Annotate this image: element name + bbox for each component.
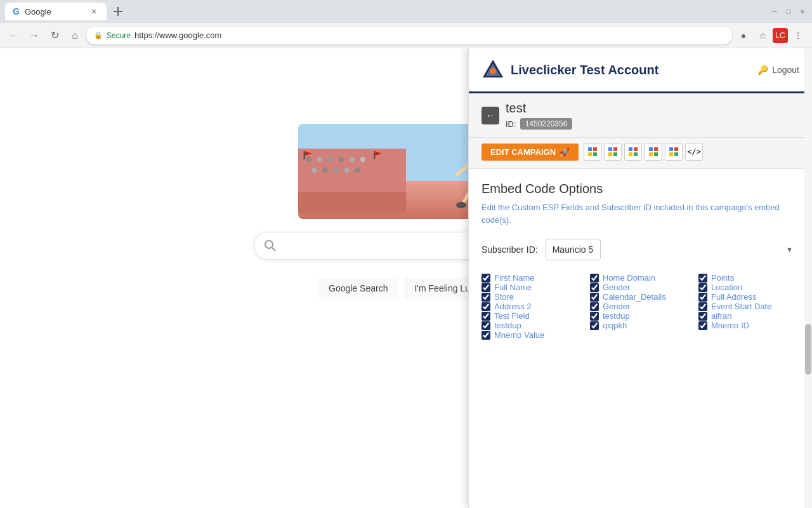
icon-btn-3[interactable] [624,143,642,161]
secure-icon: 🔒 [94,31,103,39]
field-mnemo-value-label[interactable]: Mnemo Value [494,330,544,340]
field-full-address: Full Address [698,292,799,302]
field-test-field-label[interactable]: Test Field [494,311,530,321]
svg-rect-42 [608,147,612,151]
field-mnemo-value-checkbox[interactable] [481,331,490,340]
tab-bar: G Google × [5,3,127,20]
field-event-start-date-checkbox[interactable] [698,302,707,311]
field-calendar-details-checkbox[interactable] [590,293,599,302]
field-testdup-2-checkbox[interactable] [590,312,599,321]
field-full-name-checkbox[interactable] [481,283,490,292]
svg-point-14 [355,168,360,173]
back-button[interactable]: ← [481,107,499,124]
field-testdup-1-checkbox[interactable] [481,321,490,330]
icon-btn-4[interactable] [645,143,662,161]
extension-icon[interactable]: LC [773,28,788,43]
svg-point-7 [339,157,344,163]
edit-campaign-button[interactable]: EDIT CAMPAIGN 🚀 [481,144,579,161]
field-home-domain-label[interactable]: Home Domain [603,273,655,283]
field-points-checkbox[interactable] [698,274,707,283]
field-gender-2-checkbox[interactable] [590,302,599,311]
new-tab-button[interactable] [109,3,127,20]
field-full-name-label[interactable]: Full Name [494,283,532,292]
field-location-label[interactable]: Location [711,283,742,292]
star-icon[interactable]: ☆ [754,27,771,44]
field-first-name-checkbox[interactable] [481,274,490,283]
field-gender-1: Gender [590,283,691,292]
refresh-button[interactable]: ↻ [46,27,63,44]
field-gender-1-checkbox[interactable] [590,283,599,292]
logout-button[interactable]: 🔑 Logout [757,65,799,75]
field-aifran-label[interactable]: aifran [711,311,732,321]
field-home-domain: Home Domain [590,273,691,283]
field-event-start-date-label[interactable]: Event Start Date [711,302,771,311]
field-full-address-label[interactable]: Full Address [711,292,757,302]
icon-btn-5[interactable] [665,143,683,161]
field-store-checkbox[interactable] [481,293,490,302]
minimize-button[interactable]: ─ [770,7,779,16]
field-gender-2-label[interactable]: Gender [603,302,630,311]
field-store-label[interactable]: Store [494,292,514,302]
field-calendar-details-label[interactable]: Calendar_Details [603,292,666,302]
active-tab[interactable]: G Google × [5,3,107,20]
address-input[interactable]: 🔒 Secure https://www.google.com [86,27,732,44]
svg-point-11 [322,168,328,173]
svg-point-4 [306,157,312,163]
svg-rect-52 [649,152,653,156]
field-mnemo-id-checkbox[interactable] [698,321,707,330]
subscriber-select-wrapper: Mauricio 5 Mauricio 4 Mauricio 3 [546,239,799,260]
field-first-name-label[interactable]: First Name [494,273,535,283]
svg-rect-46 [629,147,632,151]
field-address2-label[interactable]: Address 2 [494,302,532,311]
forward-button[interactable]: → [25,27,43,44]
embed-desc: Edit the Custom ESP Fields and Subscribe… [481,201,799,226]
svg-rect-49 [634,152,638,156]
field-calendar-details: Calendar_Details [590,292,691,302]
svg-rect-39 [593,147,597,151]
id-label: ID: [506,119,516,129]
code-icon-btn[interactable]: </> [685,143,703,161]
menu-icon[interactable]: ⋮ [789,27,807,44]
close-button[interactable]: × [798,7,807,16]
icon-btn-1[interactable] [584,143,601,161]
field-points: Points [698,273,799,283]
page-content: About Store [0,48,812,508]
field-location-checkbox[interactable] [698,283,707,292]
field-qiqpkh-checkbox[interactable] [590,321,599,330]
field-qiqpkh-label[interactable]: qiqpkh [603,321,627,330]
field-test-field-checkbox[interactable] [481,312,490,321]
svg-rect-48 [629,152,632,156]
icon-btn-2[interactable] [604,143,622,161]
scrollbar-thumb[interactable] [805,324,811,375]
liveclicker-icon [481,58,504,81]
subscriber-select[interactable]: Mauricio 5 Mauricio 4 Mauricio 3 [546,239,601,260]
svg-line-31 [272,248,275,251]
location-icon[interactable]: ● [735,27,752,44]
icon-toolbar: </> [584,143,703,161]
campaign-bar: EDIT CAMPAIGN 🚀 [469,138,812,169]
field-full-address-checkbox[interactable] [698,293,707,302]
maximize-button[interactable]: □ [784,7,793,16]
field-testdup-2-label[interactable]: testdup [603,311,630,321]
campaign-id: ID: 1450220356 [506,118,572,130]
field-mnemo-id-label[interactable]: Mnemo ID [711,321,749,330]
secure-text: Secure [107,31,131,40]
svg-point-6 [328,157,334,163]
field-points-label[interactable]: Points [711,273,734,283]
field-aifran-checkbox[interactable] [698,312,707,321]
svg-rect-47 [634,147,638,151]
svg-point-9 [360,157,366,163]
google-search-button[interactable]: Google Search [318,277,398,299]
subscriber-label: Subscriber ID: [481,244,538,255]
svg-rect-50 [649,147,653,151]
field-testdup-1-label[interactable]: testdup [494,321,521,330]
field-address2-checkbox[interactable] [481,302,490,311]
field-home-domain-checkbox[interactable] [590,274,599,283]
tab-close-button[interactable]: × [89,6,99,17]
field-gender-1-label[interactable]: Gender [603,283,630,292]
edit-campaign-label: EDIT CAMPAIGN [490,147,556,157]
fields-col-3: Points Location Full Address Event [698,273,799,340]
home-button[interactable]: ⌂ [66,27,84,44]
back-button[interactable]: ← [5,27,23,44]
search-icon [265,240,276,251]
